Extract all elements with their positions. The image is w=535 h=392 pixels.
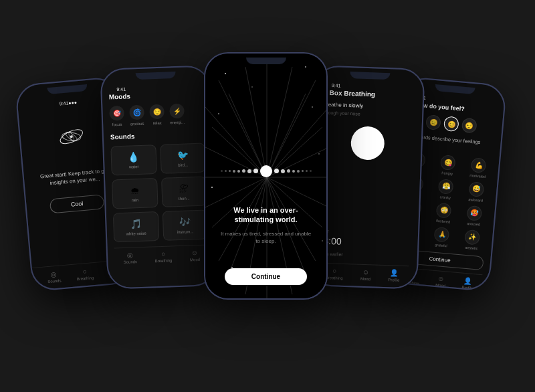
breathe-sub: through your nose xyxy=(322,110,414,118)
sound-instrument[interactable]: 🎶 instrum... xyxy=(162,210,208,241)
p4-time: 9:41 xyxy=(332,83,341,88)
nav-sounds[interactable]: ◎ Sounds xyxy=(47,270,62,284)
nav-breathing[interactable]: ○ Breathing xyxy=(76,267,94,281)
p4-profile-label: Profile xyxy=(388,278,399,282)
sound-whitenoise[interactable]: 🎵 white noise xyxy=(113,211,159,242)
p2-sounds-icon: ◎ xyxy=(127,251,133,258)
focus-label: focus xyxy=(112,122,122,126)
instrument-icon: 🎶 xyxy=(179,216,191,227)
cool-button[interactable]: Cool xyxy=(49,195,104,214)
svg-point-37 xyxy=(211,187,213,188)
sounds-icon: ◎ xyxy=(50,270,57,278)
breathe-instruction: Breathe in slowly xyxy=(323,102,415,111)
whitenoise-icon: 🎵 xyxy=(130,218,142,229)
svg-line-5 xyxy=(219,80,267,177)
svg-point-32 xyxy=(305,66,306,68)
relax-label: relax xyxy=(153,121,162,125)
p2-breathing-icon: ○ xyxy=(161,250,165,258)
word-hungry[interactable]: 😋 hungry xyxy=(434,154,462,176)
app-logo xyxy=(49,115,93,159)
word-awkward[interactable]: 😅 awkward xyxy=(462,181,490,203)
p2-sounds-label: Sounds xyxy=(124,260,138,264)
svg-point-34 xyxy=(312,106,313,108)
whitenoise-label: white noise xyxy=(126,231,146,236)
svg-point-31 xyxy=(225,73,226,74)
p4-breathing-label: Breathing xyxy=(326,276,343,280)
sound-water[interactable]: 💧 water xyxy=(110,144,156,175)
sound-rain[interactable]: 🌧 rain xyxy=(112,178,158,209)
grateful-label: grateful xyxy=(435,242,447,248)
word-flustered[interactable]: 😳 flustered xyxy=(430,202,458,224)
p3-subtitle: It makes us tired, stressed and unable t… xyxy=(219,230,313,245)
sound-thunder[interactable]: ⛈ thun... xyxy=(161,177,207,207)
word-aroused[interactable]: 🥵 aroused xyxy=(460,205,488,227)
birds-icon: 🐦 xyxy=(177,149,189,161)
emotion-calm[interactable]: 😌 xyxy=(461,118,477,134)
energy-label: energi... xyxy=(170,120,185,125)
motivated-label: motivated xyxy=(469,173,486,179)
finish-earlier[interactable]: finish earlier xyxy=(318,252,409,260)
svg-line-19 xyxy=(205,177,267,207)
p2-nav-mood[interactable]: ☺ Mood xyxy=(189,249,200,262)
emotion-happy[interactable]: 😊 xyxy=(443,116,459,132)
breathe-circle xyxy=(350,126,385,161)
p4-nav-breathing[interactable]: ○ Breathing xyxy=(326,267,343,280)
svg-point-35 xyxy=(218,113,219,114)
p2-mood-label: Mood xyxy=(190,258,200,262)
word-cranky[interactable]: 😤 cranky xyxy=(432,178,460,200)
grateful-icon: 🙏 xyxy=(434,226,450,242)
word-motivated[interactable]: 💪 motivated xyxy=(464,157,492,179)
p5-nav-profile[interactable]: 👤 Profile xyxy=(461,276,474,290)
p2-mood-icon: ☺ xyxy=(191,249,199,256)
sound-birds[interactable]: 🐦 bird... xyxy=(160,143,206,174)
flustered-label: flustered xyxy=(436,218,451,223)
svg-line-9 xyxy=(267,80,316,177)
flustered-icon: 😳 xyxy=(436,202,452,218)
hungry-label: hungry xyxy=(441,171,453,175)
cranky-label: cranky xyxy=(439,195,451,199)
p1-signal: ●●● xyxy=(68,100,77,105)
p4-mood-icon: ☺ xyxy=(362,268,370,276)
instrument-label: instrum... xyxy=(177,229,194,234)
app-scene: 9:41 ●●● Great start! Keep track to get … xyxy=(0,0,535,392)
phone-2: 9:41 Moods 🎯 focus 🌀 anxious 😌 relax xyxy=(100,65,217,290)
nav-sounds-label: Sounds xyxy=(47,278,62,284)
aestetic-icon: ✨ xyxy=(464,229,480,245)
p4-mood-label: Mood xyxy=(360,277,370,282)
breathing-icon: ○ xyxy=(82,268,87,275)
word-aestetic[interactable]: ✨ aestetic xyxy=(458,229,486,251)
cranky-icon: 😤 xyxy=(438,179,454,195)
p3-continue-button[interactable]: Continue xyxy=(225,268,307,285)
mood-relax[interactable]: 😌 relax xyxy=(149,104,165,126)
hungry-icon: 😋 xyxy=(440,155,456,171)
p4-nav-mood[interactable]: ☺ Mood xyxy=(360,268,371,282)
p5-nav-mood[interactable]: ☺ Mood xyxy=(435,274,447,288)
word-grateful[interactable]: 🙏 grateful xyxy=(427,226,455,248)
p3-text-area: We live in an over-stimulating world. It… xyxy=(205,205,326,245)
aroused-label: aroused xyxy=(467,221,480,226)
svg-point-33 xyxy=(251,86,253,88)
anxious-icon: 🌀 xyxy=(129,105,144,120)
p2-nav-sounds[interactable]: ◎ Sounds xyxy=(123,251,137,264)
mood-energy[interactable]: ⚡ energi... xyxy=(169,104,185,125)
water-icon: 💧 xyxy=(128,151,140,163)
breathe-circle-container xyxy=(321,125,414,162)
sounds-grid: 💧 water 🐦 bird... 🌧 rain ⛈ thun... xyxy=(110,143,208,243)
water-label: water xyxy=(129,165,139,169)
phone-3-center: We live in an over-stimulating world. It… xyxy=(204,52,328,300)
focus-icon: 🎯 xyxy=(109,106,124,121)
aestetic-label: aestetic xyxy=(465,245,477,250)
p4-profile-icon: 👤 xyxy=(390,269,398,276)
mood-anxious[interactable]: 🌀 anxious xyxy=(129,105,144,126)
mood-focus[interactable]: 🎯 focus xyxy=(109,106,124,127)
rain-label: rain xyxy=(132,198,138,202)
p5-mood-label: Mood xyxy=(435,283,445,288)
moods-row: 🎯 focus 🌀 anxious 😌 relax ⚡ energi... xyxy=(109,103,204,127)
p2-breathing-label: Breathing xyxy=(155,258,173,263)
timer-section: timer 03:00 finish earlier xyxy=(318,229,410,260)
p4-nav-profile[interactable]: 👤 Profile xyxy=(388,269,400,282)
birds-label: bird... xyxy=(178,163,188,167)
p5-profile-icon: 👤 xyxy=(463,276,472,284)
p2-nav-breathing[interactable]: ○ Breathing xyxy=(154,250,172,263)
emotion-neutral[interactable]: 😑 xyxy=(425,114,441,130)
